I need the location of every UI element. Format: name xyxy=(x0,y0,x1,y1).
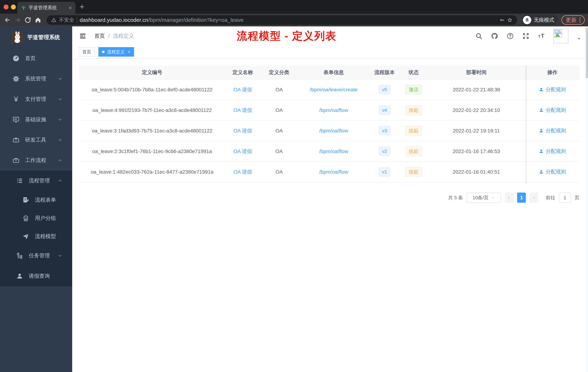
definition-name-link[interactable]: OA 请假 xyxy=(233,149,252,154)
not-secure-label[interactable]: 不安全 xyxy=(59,17,74,23)
search-icon[interactable] xyxy=(475,33,483,40)
new-tab-button[interactable]: + xyxy=(80,2,84,11)
sidebar-item-dev-tools[interactable]: 研发工具 xyxy=(0,130,72,150)
sidebar-item-leave-query[interactable]: 请假查询 xyxy=(0,266,72,286)
cell-deploy-time: 2022-01-16 01:40:51 xyxy=(427,169,525,175)
scrollbar-thumb[interactable] xyxy=(586,27,588,78)
bookmark-star-icon[interactable] xyxy=(507,17,512,22)
chevron-down-icon xyxy=(58,117,63,122)
sidebar-item-label: 基础设施 xyxy=(25,116,52,123)
reload-button[interactable] xyxy=(24,16,32,24)
cell-deploy-time: 2022-01-16 17:46:53 xyxy=(427,149,525,154)
help-icon[interactable] xyxy=(506,33,514,40)
avatar-caret-down-icon[interactable] xyxy=(577,36,581,41)
sidebar-item-label: 系统管理 xyxy=(25,75,52,82)
definition-table: 定义编号 定义名称 定义分类 表单信息 流程版本 状态 部署时间 操作 oa_l… xyxy=(79,66,579,182)
window-minimize-button[interactable] xyxy=(11,5,16,10)
logo-rabbit-image xyxy=(11,31,23,43)
assign-rule-button[interactable]: 分配规则 xyxy=(539,107,566,114)
sidebar-item-user-group[interactable]: 用户分组 xyxy=(0,209,72,227)
goto-page-input[interactable] xyxy=(559,193,571,203)
pagination: 共 5 条 10条/页 1 前往 页 xyxy=(79,193,579,203)
red-annotation-title: 流程模型 - 定义列表 xyxy=(237,29,336,43)
sidebar-item-home[interactable]: 首页 xyxy=(0,48,72,69)
forward-icon xyxy=(14,16,21,24)
assign-rule-button[interactable]: 分配规则 xyxy=(539,148,566,155)
sidebar-item-system[interactable]: 系统管理 xyxy=(0,69,72,89)
tab-close-icon[interactable]: × xyxy=(69,5,72,11)
assign-rule-button[interactable]: 分配规则 xyxy=(539,86,566,93)
tag-home[interactable]: 首页 xyxy=(79,47,95,57)
sidebar-item-process-form[interactable]: 流程表单 xyxy=(0,191,72,209)
assign-rule-button[interactable]: 分配规则 xyxy=(539,168,566,175)
chevron-down-icon xyxy=(58,137,63,142)
main-area: 首页 / 流程定义 流程模型 - 定义列表 xyxy=(72,26,588,372)
assign-rule-label: 分配规则 xyxy=(546,127,566,134)
sidebar-item-infrastructure[interactable]: 基础设施 xyxy=(0,109,72,130)
form-link[interactable]: /bpm/oa/flow xyxy=(319,107,348,113)
browser-tab[interactable]: 芋道管理系统 × xyxy=(17,2,75,14)
definition-name-link[interactable]: OA 请假 xyxy=(233,169,252,175)
definition-name-link[interactable]: OA 请假 xyxy=(233,128,252,134)
assign-rule-label: 分配规则 xyxy=(546,148,566,155)
sidebar-item-label: 研发工具 xyxy=(25,136,52,144)
fullscreen-icon[interactable] xyxy=(522,33,529,40)
cell-category: OA xyxy=(260,107,298,113)
sidebar-collapse-icon[interactable] xyxy=(79,32,87,40)
tag-process-definition[interactable]: 流程定义 × xyxy=(98,47,134,57)
url-bar[interactable]: 不安全 dashboard.yudao.iocoder.cn/bpm/manag… xyxy=(47,15,517,25)
version-badge: v3 xyxy=(379,126,390,135)
status-badge: 挂起 xyxy=(405,146,422,156)
next-page-button[interactable] xyxy=(529,193,538,203)
col-header-deploy-time: 部署时间 xyxy=(427,69,525,76)
home-button[interactable] xyxy=(34,16,42,24)
broken-image-icon xyxy=(554,30,563,38)
url-host: dashboard.yudao.iocoder.cn xyxy=(80,17,148,23)
github-icon[interactable] xyxy=(491,33,498,40)
form-link[interactable]: /bpm/oa/flow xyxy=(319,128,348,134)
update-browser-button[interactable]: 更新 xyxy=(561,15,585,25)
browser-tab-strip: 芋道管理系统 × + xyxy=(0,0,588,14)
form-link[interactable]: /bpm/oa/flow xyxy=(319,169,348,175)
current-page-button[interactable]: 1 xyxy=(517,193,526,203)
table-row: oa_leave:4:991f2193-7b7f-11ec-a3c8-acde4… xyxy=(79,100,579,121)
svg-text:T: T xyxy=(538,34,541,39)
page-size-select[interactable]: 10条/页 xyxy=(467,193,501,203)
cell-deploy-time: 2022-01-22 20:34:10 xyxy=(427,107,525,113)
sidebar-item-workflow[interactable]: 工作流程 xyxy=(0,150,72,171)
window-close-button[interactable] xyxy=(4,5,9,10)
sidebar-item-process-management[interactable]: 流程管理 xyxy=(0,171,72,191)
tag-label: 首页 xyxy=(82,49,91,55)
sidebar-item-label: 流程模型 xyxy=(35,233,63,240)
fixed-column-shadow xyxy=(525,66,527,184)
assign-rule-button[interactable]: 分配规则 xyxy=(539,127,566,134)
sidebar-item-process-model[interactable]: 流程模型 xyxy=(0,227,72,245)
breadcrumb-home[interactable]: 首页 xyxy=(94,33,105,40)
tag-close-icon[interactable]: × xyxy=(128,49,130,55)
table-row: oa_leave:3:1fad3d93-7b75-11ec-a3c8-acde4… xyxy=(79,121,579,141)
version-badge: v1 xyxy=(379,167,390,176)
definition-name-link[interactable]: OA 请假 xyxy=(233,107,252,113)
app-title: 芋道管理系统 xyxy=(27,34,60,41)
user-icon xyxy=(16,273,23,280)
sidebar-item-task-management[interactable]: 任务管理 xyxy=(0,245,72,266)
avatar[interactable] xyxy=(554,29,568,43)
url-text[interactable]: dashboard.yudao.iocoder.cn/bpm/manager/d… xyxy=(80,17,243,23)
form-link[interactable]: /bpm/oa/leave/create xyxy=(310,87,357,92)
app-window: 芋道管理系统 首页 系统管 xyxy=(0,26,588,372)
sidebar-logo-row[interactable]: 芋道管理系统 xyxy=(0,26,72,48)
breadcrumb-separator: / xyxy=(108,33,110,39)
definition-name-link[interactable]: OA 请假 xyxy=(233,87,252,92)
form-link[interactable]: /bpm/oa/flow xyxy=(319,149,348,154)
sidebar-item-label: 流程管理 xyxy=(29,177,52,184)
font-size-icon[interactable]: T T xyxy=(538,33,545,40)
back-button[interactable] xyxy=(3,16,12,24)
version-badge: v5 xyxy=(379,85,390,94)
password-key-icon[interactable] xyxy=(500,17,505,22)
forward-button[interactable] xyxy=(13,16,22,24)
browser-menu-icon[interactable] xyxy=(579,17,580,22)
sidebar-item-payment[interactable]: ¥ 支付管理 xyxy=(0,89,72,109)
sidebar-item-label: 工作流程 xyxy=(25,157,52,164)
cell-deploy-time: 2022-01-22 19:19:11 xyxy=(427,128,525,134)
prev-page-button[interactable] xyxy=(505,193,514,203)
